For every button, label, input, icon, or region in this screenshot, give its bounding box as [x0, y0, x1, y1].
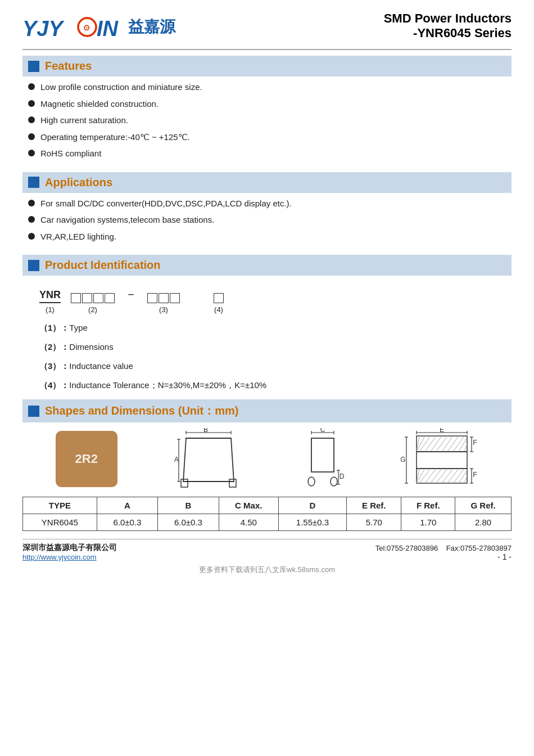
- component-photo: 2R2: [56, 431, 117, 487]
- bullet-dot: [28, 216, 35, 223]
- tel: Tel:0755-27803896: [375, 544, 438, 552]
- col-g-ref: G Ref.: [455, 497, 512, 514]
- pid-group-3: (3): [147, 293, 180, 314]
- id-note-1: （1）：Type: [39, 320, 495, 336]
- side-view-svg: C D: [300, 428, 345, 490]
- pid-box: [105, 293, 115, 303]
- pid-group-4: (4): [214, 293, 224, 314]
- svg-line-65: [459, 470, 467, 483]
- bullet-dot: [28, 116, 35, 123]
- id-note-num-2: （2）：: [39, 342, 69, 352]
- pid-box: [82, 293, 92, 303]
- features-section-bar: Features: [22, 56, 512, 76]
- id-note-2: （2）：Dimensions: [39, 339, 495, 356]
- pid-label-2: (2): [88, 305, 97, 314]
- title-line1: SMD Power Inductors: [384, 11, 512, 26]
- dimensions-table: TYPE A B C Max. D E Ref. F Ref. G Ref. Y…: [22, 497, 512, 531]
- cell-b: 6.0±0.3: [158, 514, 219, 531]
- cell-g: 2.80: [455, 514, 512, 531]
- col-e-ref: E Ref.: [347, 497, 401, 514]
- table-header-row: TYPE A B C Max. D E Ref. F Ref. G Ref.: [23, 497, 512, 514]
- svg-text:D: D: [339, 472, 344, 480]
- features-title: Features: [45, 60, 92, 73]
- feature-item-5: RoHS compliant: [40, 147, 101, 160]
- id-note-3: （3）：Inductance value: [39, 358, 495, 375]
- shapes-diagram: 2R2 B A C D: [22, 428, 512, 490]
- footer-left: 深圳市益嘉源电子有限公司 http://www.yjycoin.com: [22, 543, 117, 561]
- shapes-icon: [28, 406, 39, 417]
- svg-text:E: E: [440, 428, 444, 434]
- id-note-4: （4）：Inductance Tolerance；N=±30%,M=±20%，K…: [39, 377, 495, 394]
- bullet-dot: [28, 83, 35, 90]
- bullet-dot: [28, 150, 35, 156]
- pid-box: [93, 293, 103, 303]
- svg-line-49: [442, 436, 453, 452]
- watermark: 更多资料下载请到五八文库wk.58sms.com: [22, 565, 512, 575]
- col-b: B: [158, 497, 219, 514]
- page-number: - 1 -: [375, 552, 512, 561]
- app-item-2: Car navigation systems,telecom base stat…: [40, 214, 214, 227]
- id-note-num-4: （4）：: [39, 380, 69, 390]
- footer-right: Tel:0755-27803896 Fax:0755-27803897 - 1 …: [375, 544, 512, 561]
- svg-line-52: [459, 438, 467, 452]
- svg-rect-54: [417, 452, 467, 469]
- pid-label-1: (1): [46, 305, 55, 314]
- list-item: High current saturation.: [28, 114, 512, 127]
- applications-title: Applications: [45, 176, 112, 189]
- list-item: VR,AR,LED lighting.: [28, 231, 512, 244]
- footer: 深圳市益嘉源电子有限公司 http://www.yjycoin.com Tel:…: [22, 539, 512, 561]
- pid-label-4: (4): [214, 305, 223, 314]
- bullet-dot: [28, 200, 35, 206]
- id-note-num-3: （3）：: [39, 361, 69, 371]
- svg-rect-13: [181, 479, 188, 487]
- pid-boxes-4: [214, 293, 224, 303]
- cell-c: 4.50: [219, 514, 278, 531]
- col-type: TYPE: [23, 497, 97, 514]
- feature-item-1: Low profile construction and miniature s…: [40, 81, 202, 94]
- svg-text:IN: IN: [97, 17, 119, 40]
- id-note-text-2: Dimensions: [69, 342, 113, 352]
- svg-line-63: [447, 469, 459, 483]
- svg-text:⊙: ⊙: [83, 23, 90, 32]
- svg-text:F: F: [473, 439, 477, 447]
- pid-box: [71, 293, 81, 303]
- svg-line-47: [431, 436, 442, 452]
- svg-marker-12: [183, 438, 234, 482]
- svg-rect-23: [311, 438, 334, 472]
- id-note-text-3: Inductance value: [69, 361, 133, 371]
- svg-line-64: [453, 469, 464, 483]
- company-name: 深圳市益嘉源电子有限公司: [22, 543, 117, 553]
- pid-group-1: YNR (1): [39, 289, 61, 314]
- svg-line-50: [447, 436, 459, 452]
- cell-e: 5.70: [347, 514, 401, 531]
- svg-line-60: [431, 469, 442, 483]
- front-view-svg: B A: [172, 428, 245, 490]
- list-item: Car navigation systems,telecom base stat…: [28, 214, 512, 227]
- table-row: YNR6045 6.0±0.3 6.0±0.3 4.50 1.55±0.3 5.…: [23, 514, 512, 531]
- svg-text:YJY: YJY: [22, 17, 65, 40]
- tel-fax: Tel:0755-27803896 Fax:0755-27803897: [375, 544, 512, 552]
- ref-view-svg: E F F G: [400, 428, 478, 490]
- svg-line-59: [425, 469, 436, 483]
- website-link[interactable]: http://www.yjycoin.com: [22, 553, 117, 561]
- svg-text:F: F: [473, 471, 477, 479]
- shapes-section-bar: Shapes and Dimensions (Unit：mm): [22, 399, 512, 422]
- pid-group-2: (2): [71, 293, 115, 314]
- list-item: For small DC/DC converter(HDD,DVC,DSC,PD…: [28, 197, 512, 210]
- cell-type: YNR6045: [23, 514, 97, 531]
- svg-line-61: [436, 469, 447, 483]
- product-id-diagram: YNR (1) (2) － (3): [39, 286, 495, 314]
- features-list: Low profile construction and miniature s…: [22, 81, 512, 166]
- svg-line-48: [436, 436, 447, 452]
- header: YJY ⊙ IN 益嘉源 SMD Power Inductors -YNR604…: [22, 11, 512, 50]
- title-line2: -YNR6045 Series: [384, 26, 512, 40]
- cell-d: 1.55±0.3: [278, 514, 346, 531]
- feature-item-2: Magnetic shielded construction.: [40, 98, 159, 111]
- pid-box: [170, 293, 180, 303]
- logo-svg: YJY ⊙ IN: [22, 11, 124, 42]
- col-d: D: [278, 497, 346, 514]
- pid-boxes-2: [71, 293, 115, 303]
- product-id-section-bar: Product Identification: [22, 255, 512, 276]
- header-title: SMD Power Inductors -YNR6045 Series: [384, 11, 512, 40]
- col-f-ref: F Ref.: [401, 497, 455, 514]
